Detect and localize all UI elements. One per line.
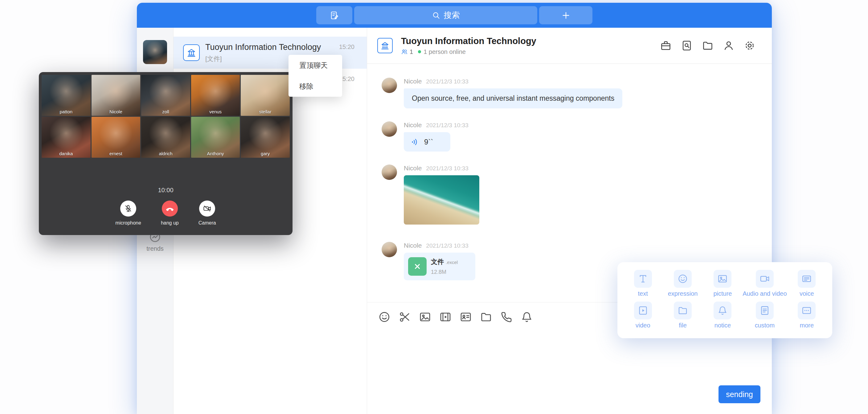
- contact-card-button[interactable]: [460, 311, 472, 323]
- call-controls: microphone hang up Camera: [39, 200, 292, 226]
- more-icon: [798, 301, 815, 319]
- video-button[interactable]: [439, 311, 452, 323]
- hang-up-button[interactable]: [162, 200, 178, 217]
- settings-button[interactable]: [744, 40, 755, 52]
- participant-name: zoll: [162, 109, 169, 114]
- contact-card-icon: [460, 311, 472, 323]
- video-tile: patton: [41, 75, 91, 116]
- message-timestamp: 2021/12/3 10:33: [426, 243, 468, 249]
- members-button[interactable]: [723, 40, 735, 52]
- video-call-window: patton Nicole zoll venus stellar danika …: [39, 72, 292, 235]
- phone-icon: [500, 311, 513, 323]
- message-meta: Nicole 2021/12/3 10:33: [404, 242, 475, 250]
- picture-icon: [714, 270, 732, 288]
- call-button[interactable]: [500, 311, 513, 323]
- notice-bell-icon: [714, 301, 732, 319]
- context-menu-item-remove[interactable]: 移除: [288, 76, 342, 97]
- files-button[interactable]: [702, 40, 714, 52]
- settings-icon: [744, 40, 755, 52]
- popover-item-custom[interactable]: custom: [743, 301, 786, 329]
- search-placeholder: 搜索: [444, 10, 460, 21]
- voice-message-bubble[interactable]: 9``: [404, 132, 450, 152]
- context-menu-item-pin[interactable]: 置顶聊天: [288, 55, 342, 76]
- message-timestamp: 2021/12/3 10:33: [426, 165, 468, 172]
- conversation-title: Tuoyun Information Technology: [205, 42, 354, 52]
- voice-icon: [410, 137, 420, 147]
- camera-button[interactable]: [199, 200, 215, 217]
- sender-name: Nicole: [404, 242, 422, 249]
- message-timestamp: 2021/12/3 10:33: [426, 122, 468, 129]
- folder-icon: [702, 40, 714, 52]
- chat-header-actions: [660, 40, 755, 52]
- video-tile: gary: [241, 117, 290, 158]
- audio-video-icon: [756, 270, 774, 288]
- popover-item-file[interactable]: file: [663, 301, 703, 329]
- popover-item-notice[interactable]: notice: [703, 301, 743, 329]
- message-voice: Nicole 2021/12/3 10:33 9``: [381, 121, 760, 152]
- notice-button[interactable]: [521, 311, 533, 323]
- send-button[interactable]: sending: [718, 385, 761, 403]
- popover-item-picture[interactable]: picture: [703, 270, 743, 297]
- folder-icon: [480, 311, 492, 323]
- file-extension: .excel: [446, 260, 458, 265]
- control-label: Camera: [198, 220, 216, 226]
- video-icon: [439, 311, 452, 323]
- message-body: Nicole 2021/12/3 10:33 9``: [404, 121, 468, 152]
- popover-item-text[interactable]: text: [623, 270, 663, 297]
- search-input[interactable]: 搜索: [354, 6, 537, 24]
- participant-name: venus: [209, 109, 222, 114]
- user-avatar[interactable]: [143, 40, 167, 64]
- message-body: Nicole 2021/12/3 10:33 文件 .excel: [404, 242, 475, 280]
- conversation-time: 15:20: [339, 43, 354, 51]
- image-message-thumbnail[interactable]: [404, 175, 479, 225]
- chat-subtitle: 1 1 person online: [401, 49, 536, 56]
- archive-button[interactable]: [660, 40, 672, 52]
- sender-name: Nicole: [404, 77, 422, 85]
- sender-avatar[interactable]: [381, 121, 397, 137]
- picture-button[interactable]: [419, 311, 431, 323]
- chat-title: Tuoyun Information Technology: [401, 36, 536, 46]
- popover-item-more[interactable]: more: [787, 301, 827, 329]
- picture-icon: [419, 311, 431, 323]
- chat-history-icon: [681, 40, 692, 52]
- company-icon: [186, 48, 196, 58]
- message-body: Nicole 2021/12/3 10:33 Open source, free…: [404, 77, 622, 108]
- chat-history-button[interactable]: [681, 40, 692, 52]
- file-info: 文件 .excel 12.8M: [431, 257, 458, 276]
- add-button[interactable]: [539, 6, 592, 24]
- popover-item-video[interactable]: video: [623, 301, 663, 329]
- message-meta: Nicole 2021/12/3 10:33: [404, 77, 622, 86]
- popover-item-audio-video[interactable]: Audio and video: [743, 270, 786, 297]
- app-topbar: 搜索: [137, 3, 772, 28]
- excel-file-badge: [408, 257, 427, 276]
- online-dot: [418, 50, 421, 53]
- participant-grid: patton Nicole zoll venus stellar danika …: [41, 75, 290, 158]
- archive-icon: [660, 40, 672, 52]
- message-timestamp: 2021/12/3 10:33: [426, 78, 468, 85]
- control-label: hang up: [161, 220, 179, 226]
- sender-avatar[interactable]: [381, 164, 397, 180]
- topbar-controls: 搜索: [316, 6, 592, 24]
- popover-item-voice[interactable]: voice: [787, 270, 827, 297]
- popover-item-expression[interactable]: expression: [663, 270, 703, 297]
- message-image: Nicole 2021/12/3 10:33: [381, 164, 760, 225]
- participant-name: ernest: [110, 151, 122, 156]
- emoji-button[interactable]: [378, 311, 391, 323]
- video-tile: zoll: [141, 75, 190, 116]
- file-message-card[interactable]: 文件 .excel 12.8M: [404, 253, 475, 280]
- screenshot-button[interactable]: [399, 311, 411, 323]
- microphone-button[interactable]: [120, 200, 136, 217]
- sender-name: Nicole: [404, 164, 422, 172]
- call-timer: 10:00: [39, 187, 292, 194]
- group-avatar: [377, 38, 393, 53]
- create-note-button[interactable]: [316, 6, 352, 24]
- sender-name: Nicole: [404, 121, 422, 129]
- mic-off-icon: [124, 204, 132, 213]
- video-tile: Nicole: [92, 75, 141, 116]
- file-button[interactable]: [480, 311, 492, 323]
- sender-avatar[interactable]: [381, 242, 397, 257]
- video-tile: danika: [41, 117, 91, 158]
- hang-up-icon: [165, 204, 175, 213]
- participant-name: aldrich: [159, 151, 172, 156]
- sender-avatar[interactable]: [381, 77, 397, 93]
